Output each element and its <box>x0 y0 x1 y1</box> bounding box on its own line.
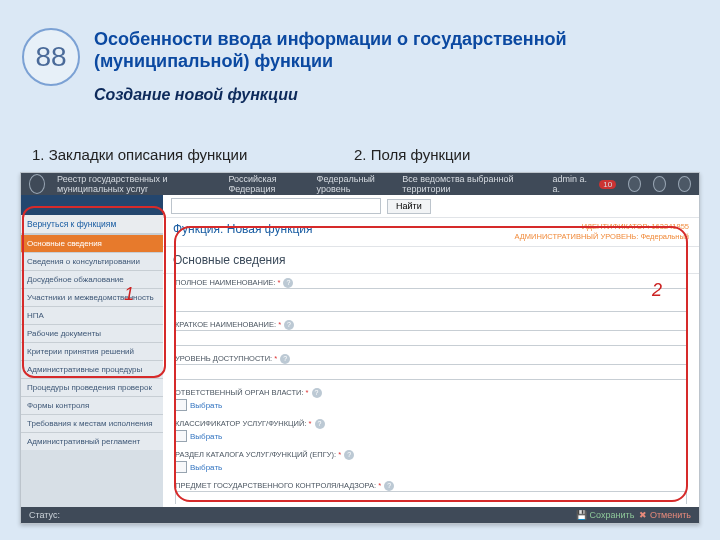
doc-icon <box>175 461 187 473</box>
help-icon[interactable]: ? <box>280 354 290 364</box>
content-area: Найти Функция: Новая функция ИДЕНТИФИКАТ… <box>163 195 699 507</box>
sidebar-item[interactable]: Участники и межведомственность <box>21 288 163 306</box>
search-bar: Найти <box>163 195 699 218</box>
scope-label[interactable]: Все ведомства выбранной территории <box>402 174 528 194</box>
input-subject[interactable] <box>175 491 687 504</box>
cancel-button[interactable]: ✖ Отменить <box>639 510 691 520</box>
caption-tabs: 1. Закладки описания функции <box>32 146 247 163</box>
meta-level: АДМИНИСТРАТИВНЫЙ УРОВЕНЬ: Федеральный <box>515 232 690 242</box>
callout-number-2: 2 <box>652 280 662 301</box>
select-access-level[interactable] <box>175 364 687 380</box>
caption-fields: 2. Поля функции <box>354 146 470 163</box>
sidebar-item[interactable]: Критерии принятия решений <box>21 342 163 360</box>
sidebar-header <box>21 195 163 215</box>
region-label[interactable]: Российская Федерация <box>228 174 304 194</box>
help-icon[interactable]: ? <box>384 481 394 491</box>
window-topbar: Реестр государственных и муниципальных у… <box>21 173 699 195</box>
form-fields: ПОЛНОЕ НАИМЕНОВАНИЕ: *? КРАТКОЕ НАИМЕНОВ… <box>163 274 699 504</box>
help-icon[interactable] <box>653 176 666 192</box>
section-title: Основные сведения <box>163 247 699 274</box>
sidebar-item[interactable]: Досудебное обжалование <box>21 270 163 288</box>
choose-responsible[interactable]: Выбрать <box>190 401 222 410</box>
help-icon[interactable]: ? <box>344 450 354 460</box>
sidebar-item[interactable]: Требования к местам исполнения <box>21 414 163 432</box>
sidebar: Вернуться к функциям Основные сведенияСв… <box>21 195 163 523</box>
sidebar-item[interactable]: Административные процедуры <box>21 360 163 378</box>
help-icon[interactable]: ? <box>284 320 294 330</box>
content-header: Функция: Новая функция ИДЕНТИФИКАТОР: 16… <box>163 218 699 247</box>
notification-badge[interactable]: 10 <box>599 180 616 189</box>
sidebar-item[interactable]: Сведения о консультировании <box>21 252 163 270</box>
help-icon[interactable]: ? <box>312 388 322 398</box>
sidebar-item[interactable]: Административный регламент <box>21 432 163 450</box>
status-label: Статус: <box>29 510 60 520</box>
page-number-badge: 88 <box>22 28 80 86</box>
sidebar-back-link[interactable]: Вернуться к функциям <box>21 215 163 234</box>
help-icon[interactable]: ? <box>315 419 325 429</box>
label-responsible: ОТВЕТСТВЕННЫЙ ОРГАН ВЛАСТИ: * <box>175 388 309 397</box>
callout-number-1: 1 <box>124 284 134 305</box>
sidebar-item[interactable]: Основные сведения <box>21 234 163 252</box>
label-full-name: ПОЛНОЕ НАИМЕНОВАНИЕ: * <box>175 278 280 287</box>
search-input[interactable] <box>171 198 381 214</box>
sidebar-item[interactable]: Процедуры проведения проверок <box>21 378 163 396</box>
function-title: Функция: Новая функция <box>173 222 313 236</box>
slide-title: Особенности ввода информации о государст… <box>94 28 690 72</box>
label-catalog: РАЗДЕЛ КАТАЛОГА УСЛУГ/ФУНКЦИЙ (ЕПГУ): * <box>175 450 341 459</box>
portal-name: Реестр государственных и муниципальных у… <box>57 174 216 194</box>
sidebar-item[interactable]: Формы контроля <box>21 396 163 414</box>
label-subject: ПРЕДМЕТ ГОСУДАРСТВЕННОГО КОНТРОЛЯ/НАДЗОР… <box>175 481 381 490</box>
choose-catalog[interactable]: Выбрать <box>190 463 222 472</box>
input-short-name[interactable] <box>175 330 687 346</box>
status-bar: Статус: 💾 Сохранить ✖ Отменить <box>21 507 699 523</box>
input-full-name[interactable] <box>175 288 687 312</box>
power-icon[interactable] <box>678 176 691 192</box>
portal-logo-icon <box>29 174 45 194</box>
doc-icon <box>175 399 187 411</box>
function-meta: ИДЕНТИФИКАТОР: 163241855 АДМИНИСТРАТИВНЫ… <box>515 222 690 242</box>
sidebar-nav: Основные сведенияСведения о консультиров… <box>21 234 163 450</box>
sidebar-item[interactable]: НПА <box>21 306 163 324</box>
label-access-level: УРОВЕНЬ ДОСТУПНОСТИ: * <box>175 354 277 363</box>
help-icon[interactable]: ? <box>283 278 293 288</box>
app-screenshot: Реестр государственных и муниципальных у… <box>20 172 700 524</box>
label-classifier: КЛАССИФИКАТОР УСЛУГ/ФУНКЦИЙ: * <box>175 419 312 428</box>
label-short-name: КРАТКОЕ НАИМЕНОВАНИЕ: * <box>175 320 281 329</box>
choose-classifier[interactable]: Выбрать <box>190 432 222 441</box>
sidebar-item[interactable]: Рабочие документы <box>21 324 163 342</box>
level-label[interactable]: Федеральный уровень <box>317 174 391 194</box>
meta-id: ИДЕНТИФИКАТОР: 163241855 <box>515 222 690 232</box>
info-icon[interactable] <box>628 176 641 192</box>
doc-icon <box>175 430 187 442</box>
user-label[interactable]: admin a. a. <box>553 174 588 194</box>
slide-subtitle: Создание новой функции <box>94 86 298 104</box>
save-button[interactable]: 💾 Сохранить <box>576 510 634 520</box>
search-button[interactable]: Найти <box>387 199 431 214</box>
